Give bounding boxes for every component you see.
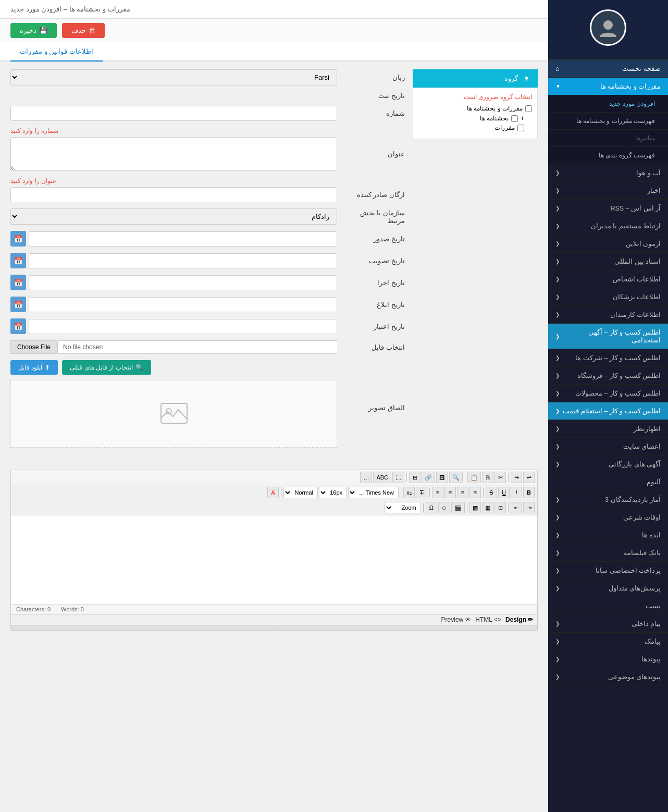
sidebar-item-add-new[interactable]: افزودن مورد جدید — [548, 95, 668, 113]
sidebar-item-atlas-store[interactable]: اطلس کسب و کار – فروشگاه ❮ — [548, 367, 668, 385]
exec-date-input[interactable] — [29, 275, 337, 290]
sidebar-item-rss[interactable]: آر اس اس – RSS ❮ — [548, 200, 668, 217]
exec-date-calendar-btn[interactable]: 📅 — [10, 275, 26, 290]
sidebar-item-atlas-products[interactable]: اطلس کسب و کار – محصولات ❮ — [548, 385, 668, 402]
sidebar-item-ideas[interactable]: ایده ها ❮ — [548, 526, 668, 544]
tb-format-select[interactable]: Normal — [283, 487, 318, 498]
sidebar-item-prayer-times[interactable]: اوقات شرعی ❮ — [548, 509, 668, 526]
tb-italic-btn[interactable]: I — [511, 487, 522, 498]
tb-align-justify-btn[interactable]: ≡ — [432, 487, 443, 498]
tb-char-btn[interactable]: Ω — [426, 502, 437, 513]
tb-find-btn[interactable]: 🔍 — [449, 472, 463, 483]
sidebar-item-topic-links[interactable]: پیوندهای موضوعی ❮ — [548, 668, 668, 686]
editor-resize-handle[interactable]: ⋮ — [11, 625, 537, 630]
tb-table-btn[interactable]: ⊞ — [409, 472, 420, 483]
sidebar-item-members[interactable]: اعضای سایت ❮ — [548, 438, 668, 456]
sidebar-item-album[interactable]: آلبوم — [548, 473, 668, 491]
sidebar-item-meybarna[interactable]: میانبرها — [548, 130, 668, 147]
sidebar-item-sms[interactable]: پیامک ❮ — [548, 633, 668, 650]
sidebar-item-links[interactable]: پیوندها ❮ — [548, 650, 668, 668]
sidebar-item-visitor-stats[interactable]: آمار بازدیدکنندگان 3 ❮ — [548, 491, 668, 509]
sidebar-item-water-weather[interactable]: آب و هوا ❮ — [548, 164, 668, 182]
tb-strikethrough-btn[interactable]: S — [486, 487, 497, 498]
title-textarea[interactable] — [10, 137, 337, 171]
approve-date-input[interactable] — [29, 253, 337, 268]
tb-image-btn[interactable]: 🖼 — [436, 472, 448, 483]
notify-date-calendar-btn[interactable]: 📅 — [10, 297, 26, 312]
tb-bold-btn[interactable]: B — [523, 487, 535, 498]
tb-link-btn[interactable]: 🔗 — [422, 472, 435, 483]
upload-button[interactable]: ⬆ آپلود فایل — [10, 360, 58, 375]
language-select[interactable]: Farsi — [10, 69, 337, 85]
issuer-input[interactable] — [10, 187, 337, 202]
tb-fontsize-select[interactable]: 16px — [319, 487, 347, 498]
sidebar-item-home[interactable]: صفحه نخست ⌂ — [548, 60, 668, 78]
sidebar-item-persons-info[interactable]: اطلاعات اشخاص ❮ — [548, 270, 668, 288]
sidebar-item-regulations[interactable]: مقررات و بخشنامه ها ▼ — [548, 78, 668, 95]
tb-paste-btn[interactable]: 📋 — [467, 472, 481, 483]
sidebar-item-doctors-info[interactable]: اطلاعات پزشکان ❮ — [548, 288, 668, 306]
tb-align-left-btn[interactable]: ≡ — [469, 487, 481, 498]
tb-zoom-select[interactable]: Zoom — [385, 502, 421, 513]
notify-date-input[interactable] — [29, 297, 337, 312]
tb-removeformat-btn[interactable]: T̶ — [416, 487, 427, 498]
tb-media-btn[interactable]: 🎬 — [451, 502, 465, 513]
tb-color-btn[interactable]: A — [267, 487, 279, 498]
sidebar-item-news[interactable]: اخبار ❮ — [548, 182, 668, 200]
tb-copy-btn[interactable]: ⎘ — [482, 472, 493, 483]
tb-table2-btn[interactable]: ⊡ — [494, 502, 506, 513]
tb-insert-row-btn[interactable]: ▦ — [482, 502, 493, 513]
tb-redo-btn[interactable]: ↪ — [511, 472, 522, 483]
sidebar-item-comments[interactable]: اظهارنظر ❮ — [548, 420, 668, 438]
issue-date-input[interactable] — [29, 231, 337, 247]
sidebar-item-group-list[interactable]: فهرست گروه بندی ها — [548, 147, 668, 164]
sidebar-item-direct-contact[interactable]: ارتباط مستقیم با مدیران ❮ — [548, 217, 668, 235]
tb-emotion-btn[interactable]: ☺ — [438, 502, 450, 513]
group-panel-header[interactable]: ▼ گروه — [413, 69, 538, 88]
tb-undo-btn[interactable]: ↩ — [523, 472, 535, 483]
tree-item-moghararaat[interactable]: مقررات — [418, 124, 524, 131]
editor-tab-preview[interactable]: 👁 Preview — [441, 616, 472, 623]
sidebar-item-post[interactable]: پست — [548, 597, 668, 615]
delete-button[interactable]: 🗑 حذف — [62, 23, 105, 38]
tb-cut-btn[interactable]: ✂ — [494, 472, 506, 483]
tree-checkbox-bakhshnameha[interactable] — [511, 115, 518, 122]
select-prev-files-button[interactable]: 🔍 انتخاب از فایل های قبلی — [62, 360, 151, 375]
sidebar-item-video-bank[interactable]: بانک فیلمنامه ❮ — [548, 544, 668, 562]
approve-date-calendar-btn[interactable]: 📅 — [10, 253, 26, 268]
sidebar-item-list[interactable]: فهرست مقررات و بخشنامه ها — [548, 113, 668, 130]
editor-tab-design[interactable]: ✏ Design — [505, 616, 533, 623]
save-button[interactable]: 💾 ذخیره — [10, 23, 57, 38]
sidebar-item-staff-info[interactable]: اطلاعات کارمندان ❮ — [548, 306, 668, 324]
tb-del-row-btn[interactable]: ▩ — [469, 502, 481, 513]
tab-regulations-info[interactable]: اطلاعات قوانین و مقررات — [10, 42, 103, 61]
tree-item-bakhshnameha[interactable]: + بخشنامه ها — [418, 115, 524, 122]
sidebar-item-internal-msg[interactable]: پیام داخلی ❮ — [548, 615, 668, 633]
tb-fullscreen-btn[interactable]: ⛶ — [392, 472, 404, 483]
sidebar-item-atlas-jobs[interactable]: اطلس کسب و کار – آگهی استخدامی ❮ — [548, 324, 668, 349]
valid-date-calendar-btn[interactable]: 📅 — [10, 318, 26, 334]
sidebar-item-international[interactable]: اسناد بین المللی ❮ — [548, 253, 668, 270]
org-select[interactable]: رادکام — [10, 208, 337, 225]
sidebar-item-atlas-price[interactable]: اطلس کسب و کار – استعلام قیمت ❮ — [548, 402, 668, 420]
sidebar-item-atlas-companies[interactable]: اطلس کسب و کار – شرکت ها ❮ — [548, 349, 668, 367]
tree-item-regulations[interactable]: مقررات و بخشنامه ها — [418, 105, 532, 112]
issue-date-calendar-btn[interactable]: 📅 — [10, 231, 26, 247]
sidebar-item-biz-ads[interactable]: آگهی های بازرگانی ❮ — [548, 456, 668, 473]
tb-fontfamily-select[interactable]: Times New ... — [348, 487, 399, 498]
valid-date-input[interactable] — [29, 319, 337, 334]
editor-tab-html[interactable]: <> HTML — [475, 616, 501, 623]
sidebar-item-sana-payment[interactable]: پرداخت اختصاصی سانا ❮ — [548, 562, 668, 580]
choose-file-button[interactable]: Choose File — [10, 340, 57, 354]
number-input[interactable] — [10, 106, 337, 121]
sidebar-item-online-exam[interactable]: آزمون آنلاین ❮ — [548, 235, 668, 253]
tb-rtl-btn[interactable]: ⇥ — [523, 502, 535, 513]
tb-ltr-btn[interactable]: ⇤ — [511, 502, 522, 513]
tree-checkbox-regulations[interactable] — [525, 105, 532, 112]
tb-underline-btn[interactable]: U — [498, 487, 510, 498]
tb-align-right-btn[interactable]: ≡ — [444, 487, 456, 498]
tb-subscript-btn[interactable]: x₂ — [403, 487, 415, 498]
tree-checkbox-moghararaat[interactable] — [517, 125, 524, 131]
tb-spell-btn[interactable]: ABC — [373, 472, 391, 483]
sidebar-item-faq[interactable]: پرسش‌های متداول ❮ — [548, 580, 668, 597]
